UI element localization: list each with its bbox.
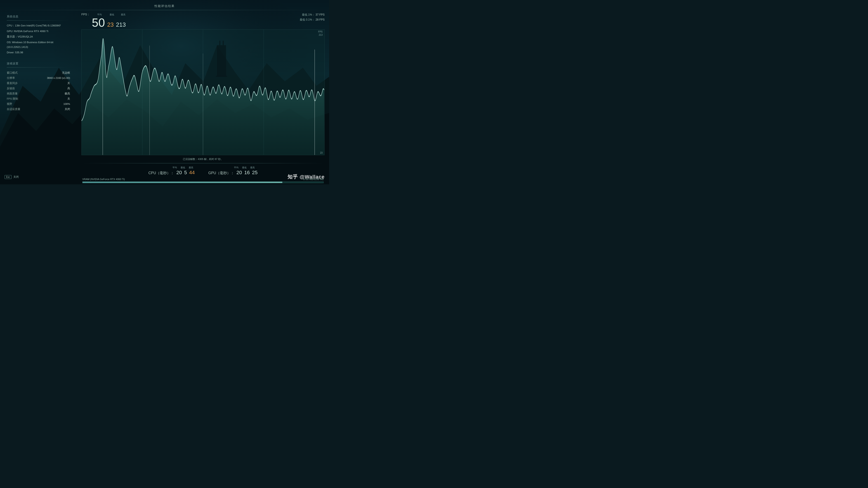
bottom-divider xyxy=(81,163,324,163)
settings-row-value: 3840 x 2160 (x1.00) xyxy=(47,75,70,80)
game-settings-divider xyxy=(7,67,70,68)
fps-min-header: 最低 xyxy=(106,13,118,16)
settings-row: 垂直同步关 xyxy=(7,80,70,86)
gpu-info: GPU: NVIDIA GeForce RTX 4060 Ti xyxy=(7,29,70,34)
fps-min-value: 23 xyxy=(107,21,114,28)
chart-max-label: 213 xyxy=(319,34,322,36)
settings-row-label: 自适应质量 xyxy=(7,107,20,112)
fps-chart-svg xyxy=(82,30,324,155)
cpu-max-header: 最高 xyxy=(188,166,194,169)
watermark: 知乎 @Wallace xyxy=(287,173,324,180)
system-info-title: 系统信息 xyxy=(7,15,70,19)
settings-row-label: 垂直同步 xyxy=(7,80,18,86)
chart-fps-label: FPS xyxy=(318,31,322,33)
vram-bar-fill xyxy=(83,182,282,183)
settings-row-label: 视野 xyxy=(7,101,12,107)
settings-row-value: 关 xyxy=(67,80,70,86)
settings-row-label: 反锯齿 xyxy=(7,86,15,91)
driver-info: Driver: 535.98 xyxy=(7,50,70,55)
chart-min-label: 23 xyxy=(320,152,322,154)
close-button[interactable]: Esc 关闭 xyxy=(4,175,19,179)
bottom-bar: Esc 关闭 知乎 @Wallace xyxy=(4,173,324,180)
settings-row-value: 高 xyxy=(67,86,70,91)
content-wrapper: 性能评估结果 系统信息 CPU：13th Gen Intel(R) Core(T… xyxy=(0,0,329,184)
settings-row-value: 关闭 xyxy=(65,107,70,112)
cpu-min-header: 最低 xyxy=(180,166,186,169)
settings-row-label: 画面质量 xyxy=(7,91,18,96)
fps-stats-left: FPS： 平均 最低 最高 50 23 213 xyxy=(81,12,129,29)
vram-bar-background xyxy=(82,182,324,183)
low01pct-label: 最低 0.1%： xyxy=(300,18,315,21)
system-info-divider xyxy=(7,20,70,21)
gpu-header-labels: 平均 最低 最高 xyxy=(208,166,257,169)
gpu-max-header: 最高 xyxy=(250,166,255,169)
cpu-info: CPU：13th Gen Intel(R) Core(TM) i5-13600K… xyxy=(7,23,70,28)
settings-row: FPS 限制关 xyxy=(7,96,70,101)
esc-key[interactable]: Esc xyxy=(4,175,11,179)
close-label: 关闭 xyxy=(13,175,19,179)
game-settings-title: 游戏设置 xyxy=(7,62,70,66)
os-info: OS: Windows 10 Business Edition 64-bit (… xyxy=(7,40,70,49)
settings-row-value: 100% xyxy=(64,101,70,107)
settings-row: 视野100% xyxy=(7,101,70,107)
settings-row: 自适应质量关闭 xyxy=(7,107,70,112)
right-panel: FPS： 平均 最低 最高 50 23 213 xyxy=(77,10,329,184)
fps-chart-container: FPS 213 23 xyxy=(81,29,324,155)
settings-row-value: 关 xyxy=(67,96,70,101)
gpu-min-header: 最低 xyxy=(241,166,247,169)
rendered-info: 已渲染帧数：4305 帧，耗时 87 秒。 xyxy=(81,158,324,161)
settings-row-label: FPS 限制 xyxy=(7,96,18,101)
settings-row-label: 分辨率 xyxy=(7,75,15,80)
settings-row: 窗口模式无边框 xyxy=(7,70,70,75)
left-panel: 系统信息 CPU：13th Gen Intel(R) Core(TM) i5-1… xyxy=(0,10,77,184)
settings-row-value: 无边框 xyxy=(62,70,70,75)
gpu-avg-header: 平均 xyxy=(233,166,239,169)
settings-row: 分辨率3840 x 2160 (x1.00) xyxy=(7,75,70,80)
fps-stats-right: 最低 1%： 37 FPS 最低 0.1%： 28 FPS xyxy=(300,12,324,22)
title-text: 性能评估结果 xyxy=(154,4,175,8)
display-info: 显示器：VG28UQL1A xyxy=(7,34,70,39)
main-layout: 系统信息 CPU：13th Gen Intel(R) Core(TM) i5-1… xyxy=(0,10,329,184)
low01pct-value: 28 FPS xyxy=(315,18,324,21)
fps-max-value: 213 xyxy=(116,21,126,28)
low1pct-label: 最低 1%： xyxy=(302,13,315,16)
settings-table: 窗口模式无边框分辨率3840 x 2160 (x1.00)垂直同步关反锯齿高画面… xyxy=(7,70,70,112)
cpu-avg-header: 平均 xyxy=(172,166,178,169)
fps-label: FPS： xyxy=(81,12,90,17)
low1pct-value: 37 FPS xyxy=(315,13,324,16)
page-title: 性能评估结果 xyxy=(0,0,329,8)
fps-max-header: 最高 xyxy=(118,13,129,16)
settings-row: 反锯齿高 xyxy=(7,86,70,91)
settings-row: 画面质量极高 xyxy=(7,91,70,96)
settings-row-label: 窗口模式 xyxy=(7,70,18,75)
settings-row-value: 极高 xyxy=(65,91,70,96)
game-settings-section: 游戏设置 窗口模式无边框分辨率3840 x 2160 (x1.00)垂直同步关反… xyxy=(7,62,70,112)
fps-avg-value: 50 xyxy=(92,17,105,29)
fps-avg-header: 平均 xyxy=(93,13,106,16)
cpu-header-labels: 平均 最低 最高 xyxy=(148,166,195,169)
